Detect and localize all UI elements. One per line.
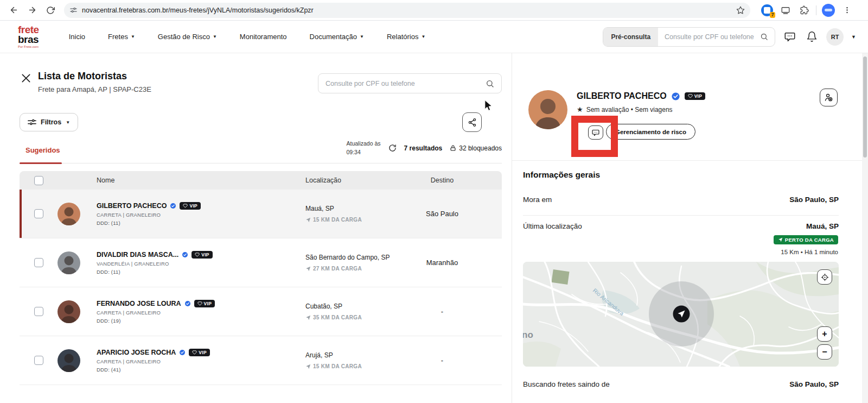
driver-ddd: DDD: (41): [97, 367, 305, 373]
scrollbar-thumb[interactable]: [863, 56, 867, 158]
driver-city: Mauá, SP: [305, 205, 412, 212]
nav-item-gestão-de-risco[interactable]: Gestão de Risco▼: [158, 33, 217, 41]
add-driver-button[interactable]: [820, 89, 838, 106]
browser-extension-badge-icon[interactable]: 7: [758, 2, 776, 18]
map-zoom-out-button[interactable]: −: [817, 344, 832, 360]
nav-item-fretes[interactable]: Fretes▼: [108, 33, 135, 41]
chevron-down-icon: ▼: [360, 34, 364, 39]
driver-avatar: [58, 300, 80, 323]
user-avatar[interactable]: RT: [826, 28, 844, 46]
vip-badge: VIP: [180, 202, 201, 210]
map-locate-button[interactable]: [817, 269, 832, 285]
table-row[interactable]: APARICIO JOSE ROCHA VIP CARRETA | GRANEL…: [20, 336, 502, 385]
driver-city: Arujá, SP: [305, 351, 412, 359]
preconsulta-label[interactable]: Pré-consulta: [603, 28, 658, 46]
driver-name: GILBERTO PACHECO: [97, 202, 167, 210]
proximity-meta: 15 Km • Há 1 minuto: [781, 249, 838, 255]
browser-forward-icon[interactable]: [23, 2, 41, 18]
search-icon: [760, 33, 768, 41]
table-row[interactable]: DIVALDIR DIAS MASCA... VIP VANDERLÉIA | …: [20, 238, 502, 287]
section-title: Informações gerais: [523, 170, 600, 180]
address-bar[interactable]: novacentral.fretebras.com.br/meus-fretes…: [64, 3, 750, 18]
driver-rating: ★ Sem avaliação • Sem viagens: [577, 105, 673, 114]
chat-icon[interactable]: [783, 30, 797, 44]
browser-back-icon[interactable]: [4, 2, 23, 18]
search-icon: [486, 79, 494, 88]
page-title: Lista de Motoristas: [38, 71, 127, 82]
row-checkbox[interactable]: [34, 258, 43, 267]
driver-distance: 27 KM DA CARGA: [305, 266, 412, 272]
browser-menu-icon[interactable]: [838, 2, 856, 18]
nav-item-relatórios[interactable]: Relatórios▼: [387, 33, 425, 41]
driver-ddd: DDD: (11): [97, 269, 305, 275]
verified-badge-icon: [179, 349, 186, 356]
browser-profile-avatar[interactable]: [819, 2, 838, 18]
bookmark-star-icon[interactable]: [736, 6, 745, 15]
row-checkbox[interactable]: [34, 209, 43, 218]
driver-vehicle: CARRETA | GRANELEIRO: [97, 212, 305, 218]
driver-name: DIVALDIR DIAS MASCA...: [97, 251, 178, 259]
browser-reload-icon[interactable]: [41, 2, 60, 18]
url-text[interactable]: novacentral.fretebras.com.br/meus-fretes…: [82, 7, 736, 14]
driver-name: FERNANDO JOSE LOURA: [97, 300, 181, 307]
table-row[interactable]: FERNANDO JOSE LOURA VIP CARRETA | GRANEL…: [20, 287, 502, 336]
driver-city: São Bernardo do Campo, SP: [305, 254, 412, 261]
nav-item-inicio[interactable]: Inicio: [69, 33, 85, 41]
risk-management-button[interactable]: Gerenciamento de risco: [606, 124, 695, 140]
driver-vehicle: CARRETA | GRANELEIRO: [97, 310, 305, 316]
lock-icon: [450, 144, 456, 152]
tab-sugeridos[interactable]: Sugeridos: [25, 146, 60, 154]
divider: [523, 215, 839, 216]
driver-destination: Maranhão: [412, 259, 502, 267]
driver-search-input[interactable]: Consulte por CPF ou telefone: [318, 73, 502, 93]
info-row-mora-em: Mora em São Paulo, SP: [523, 196, 839, 204]
select-all-checkbox[interactable]: [34, 176, 43, 185]
info-row-buscando-fretes: Buscando fretes saindo de São Paulo, SP: [523, 380, 839, 388]
browser-extensions-icon[interactable]: [795, 2, 813, 18]
verified-badge-icon: [184, 300, 191, 307]
account-dropdown-icon[interactable]: ▼: [851, 34, 856, 40]
chevron-down-icon: ▼: [213, 34, 217, 39]
verified-badge-icon: [671, 92, 680, 101]
driver-distance: 15 KM DA CARGA: [305, 217, 412, 223]
driver-avatar: [58, 203, 80, 225]
results-count: 7 resultados: [404, 144, 443, 152]
nav-item-monitoramento[interactable]: Monitoramento: [240, 33, 287, 41]
driver-destination: São Paulo: [412, 210, 502, 218]
close-icon[interactable]: [21, 73, 31, 84]
fretebras-logo[interactable]: frete bras Por Frete.com: [18, 25, 39, 49]
verified-badge-icon: [170, 203, 176, 209]
page-subtitle: Frete para Amapá, AP | SPAP-C23E: [38, 85, 151, 93]
cpf-search-input[interactable]: Consulte por CPF ou telefone: [658, 33, 775, 41]
notifications-bell-icon[interactable]: [805, 30, 819, 44]
nav-item-documentação[interactable]: Documentação▼: [310, 33, 364, 41]
driver-detail-name: GILBERTO PACHECO: [577, 91, 667, 101]
filters-button[interactable]: Filtros ▼: [20, 113, 78, 131]
vip-badge: VIP: [194, 300, 215, 307]
divider: [512, 160, 868, 161]
driver-list-panel: Lista de Motoristas Frete para Amapá, AP…: [0, 53, 512, 403]
driver-avatar: [58, 349, 80, 372]
share-button[interactable]: [462, 112, 482, 132]
column-localizacao: Localização: [305, 177, 412, 184]
preconsulta-search: Pré-consulta Consulte por CPF ou telefon…: [603, 27, 775, 47]
row-checkbox[interactable]: [34, 356, 43, 365]
driver-vehicle: VANDERLÉIA | GRANELEIRO: [97, 261, 305, 267]
proximity-badge: PERTO DA CARGA: [774, 235, 838, 244]
driver-avatar: [58, 251, 80, 274]
driver-table-body: GILBERTO PACHECO VIP CARRETA | GRANELEIR…: [20, 190, 502, 385]
browser-cast-icon[interactable]: [776, 2, 795, 18]
column-destino: Destino: [412, 177, 502, 184]
filter-sliders-icon: [28, 118, 36, 126]
refresh-icon[interactable]: [388, 144, 397, 152]
table-row[interactable]: GILBERTO PACHECO VIP CARRETA | GRANELEIR…: [20, 190, 502, 238]
vip-badge: VIP: [685, 92, 706, 100]
tab-underline: [20, 162, 62, 164]
svg-text:no: no: [523, 330, 533, 340]
driver-chat-button[interactable]: [588, 125, 603, 140]
site-settings-icon[interactable]: [69, 6, 78, 14]
location-map[interactable]: Rio Aricanduva no + −: [523, 262, 839, 367]
row-checkbox[interactable]: [34, 307, 43, 316]
navigation-arrow-icon: [305, 217, 311, 223]
map-zoom-in-button[interactable]: +: [817, 326, 832, 342]
